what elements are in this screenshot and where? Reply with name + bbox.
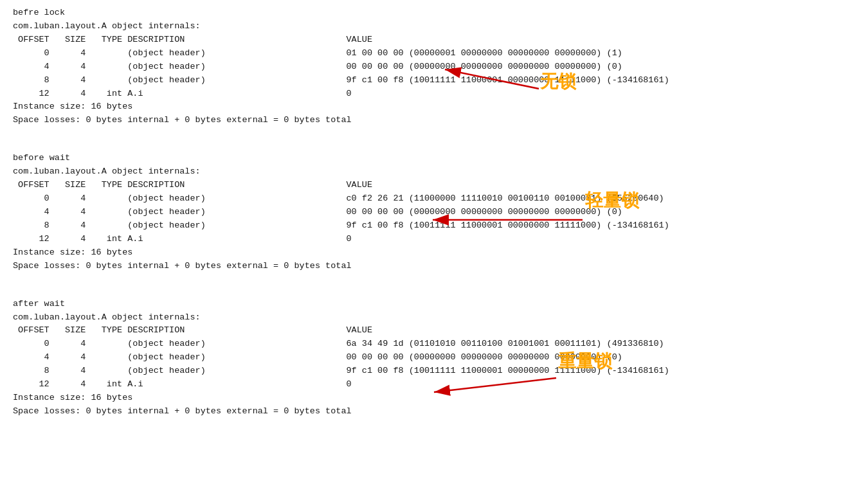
- section3-footer1: Instance size: 16 bytes: [13, 392, 829, 405]
- section3-object-title: com.luban.layout.A object internals:: [13, 311, 829, 325]
- section3-row0: 0 4 (object header) 6a 34 49 1d (0110101…: [13, 338, 829, 351]
- section3-row2: 8 4 (object header) 9f c1 00 f8 (1001111…: [13, 364, 829, 378]
- section-before-wait: before wait com.luban.layout.A object in…: [13, 152, 829, 273]
- section1-footer1: Instance size: 16 bytes: [13, 100, 829, 114]
- section1-row3: 12 4 int A.i 0: [13, 87, 829, 101]
- section1-row0: 0 4 (object header) 01 00 00 00 (0000000…: [13, 47, 829, 60]
- annotation-light-lock: 轻量锁: [585, 186, 639, 215]
- section1-header: OFFSET SIZE TYPE DESCRIPTION VALUE: [13, 33, 829, 47]
- section3-label: after wait: [13, 298, 829, 311]
- annotation-heavy-lock: 重量锁: [558, 347, 612, 376]
- section3-header: OFFSET SIZE TYPE DESCRIPTION VALUE: [13, 324, 829, 338]
- section1-object-title: com.luban.layout.A object internals:: [13, 20, 829, 33]
- section3-row1: 4 4 (object header) 00 00 00 00 (0000000…: [13, 351, 829, 364]
- section2-row0: 0 4 (object header) c0 f2 26 21 (1100000…: [13, 192, 829, 206]
- section-before-lock: befre lock com.luban.layout.A object int…: [13, 6, 829, 127]
- section1-row1: 4 4 (object header) 00 00 00 00 (0000000…: [13, 60, 829, 74]
- section2-footer1: Instance size: 16 bytes: [13, 246, 829, 260]
- annotation-no-lock: 无锁: [540, 68, 576, 96]
- section2-row1: 4 4 (object header) 00 00 00 00 (0000000…: [13, 206, 829, 219]
- section2-footer2: Space losses: 0 bytes internal + 0 bytes…: [13, 260, 829, 273]
- section1-footer2: Space losses: 0 bytes internal + 0 bytes…: [13, 114, 829, 127]
- section3-footer2: Space losses: 0 bytes internal + 0 bytes…: [13, 405, 829, 419]
- section2-header: OFFSET SIZE TYPE DESCRIPTION VALUE: [13, 179, 829, 192]
- section1-label: befre lock: [13, 6, 829, 20]
- section2-row3: 12 4 int A.i 0: [13, 233, 829, 246]
- section3-row3: 12 4 int A.i 0: [13, 378, 829, 392]
- section2-label: before wait: [13, 152, 829, 165]
- section1-row2: 8 4 (object header) 9f c1 00 f8 (1001111…: [13, 74, 829, 87]
- section-after-wait: after wait com.luban.layout.A object int…: [13, 298, 829, 419]
- section2-object-title: com.luban.layout.A object internals:: [13, 165, 829, 179]
- section2-row2: 8 4 (object header) 9f c1 00 f8 (1001111…: [13, 219, 829, 233]
